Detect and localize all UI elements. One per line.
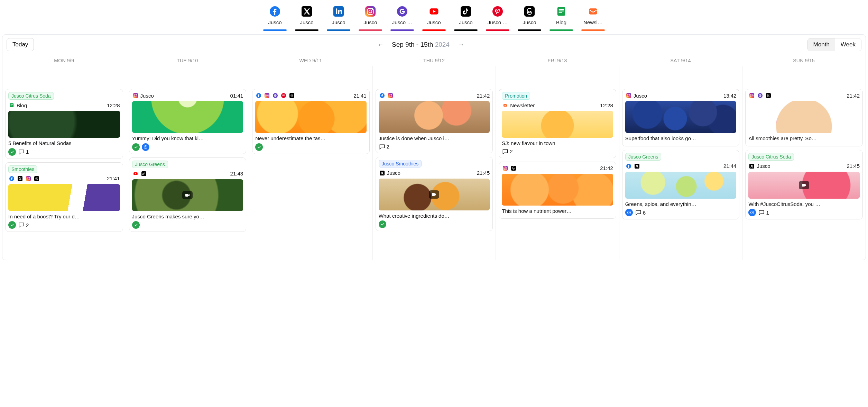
day-column: 21:42 Justice is done when Jusco i… 2Jus… xyxy=(372,66,496,260)
card-title: Yummy! Did you know that ki… xyxy=(132,135,243,142)
post-card[interactable]: Jusco 01:41 Yummy! Did you know that ki… xyxy=(129,89,247,154)
channel-x[interactable]: Jusco xyxy=(295,6,318,31)
post-card[interactable]: 21:42 All smoothies are pretty. So… xyxy=(745,89,863,146)
card-account: Jusco xyxy=(387,170,400,176)
channel-underline xyxy=(359,29,382,31)
card-head: 21:41 xyxy=(8,175,120,182)
post-card[interactable]: 21:42 Justice is done when Jusco i… 2 xyxy=(376,89,493,153)
channel-google[interactable]: Jusco … xyxy=(390,6,414,31)
card-head: Newsletter 12:28 xyxy=(502,102,613,109)
channel-underline xyxy=(454,29,478,31)
instagram-icon xyxy=(625,92,632,99)
channel-newsletter[interactable]: Newsl… xyxy=(581,6,605,31)
post-card[interactable]: Jusco Citrus Soda Blog 12:28 5 Benefits … xyxy=(5,89,123,159)
channel-label: Blog xyxy=(556,19,566,25)
threads-icon xyxy=(288,92,295,99)
card-thumbnail xyxy=(8,111,120,138)
day-header: FRI 9/13 xyxy=(496,55,619,66)
card-time: 21:41 xyxy=(353,93,367,99)
card-title: Justice is done when Jusco i… xyxy=(379,135,490,142)
facebook-icon xyxy=(255,92,262,99)
channel-linkedin[interactable]: Jusco xyxy=(327,6,350,31)
day-header: THU 9/12 xyxy=(372,55,496,66)
card-head: 21:42 xyxy=(379,92,490,99)
card-time: 21:41 xyxy=(107,175,120,181)
day-column: 21:42 All smoothies are pretty. So…Jusco… xyxy=(742,66,866,260)
channel-underline xyxy=(518,29,541,31)
post-card[interactable]: Jusco Greens 21:43 Jusco Greens makes su… xyxy=(129,157,247,232)
prev-week-button[interactable]: ← xyxy=(375,40,386,50)
channel-tiktok[interactable]: Jusco xyxy=(454,6,478,31)
channel-pinterest[interactable]: Jusco … xyxy=(486,6,509,31)
card-time: 13:42 xyxy=(723,93,737,99)
card-account: Jusco xyxy=(634,93,647,99)
card-thumbnail xyxy=(625,101,737,133)
day-column: 21:41 Never underestimate the tas… xyxy=(249,66,372,260)
post-card[interactable]: Jusco 13:42 Superfood that also looks go… xyxy=(622,89,740,146)
card-title: All smoothies are pretty. So… xyxy=(748,135,860,142)
youtube-icon xyxy=(132,170,139,177)
google-icon xyxy=(757,92,764,99)
day-header: WED 9/11 xyxy=(249,55,372,66)
comment-icon xyxy=(635,209,642,216)
youtube-icon xyxy=(429,6,439,17)
channel-label: Jusco … xyxy=(488,19,508,25)
view-month-button[interactable]: Month xyxy=(808,38,835,51)
day-column: Jusco Citrus Soda Blog 12:28 5 Benefits … xyxy=(2,66,126,260)
channel-label: Jusco … xyxy=(392,19,412,25)
card-tag: Jusco Citrus Soda xyxy=(748,153,794,161)
newsletter-icon xyxy=(588,6,598,17)
comment-count: 6 xyxy=(635,209,646,216)
post-card[interactable]: Jusco Greens 21:44 Greens, spice, and ev… xyxy=(622,150,740,220)
comment-icon xyxy=(18,221,25,228)
card-title: In need of a boost? Try our d… xyxy=(8,213,120,220)
view-week-button[interactable]: Week xyxy=(835,38,861,51)
card-footer xyxy=(379,220,490,228)
channel-label: Newsl… xyxy=(583,19,603,25)
channel-underline xyxy=(550,29,573,31)
post-card[interactable]: 21:42 This is how a nutrient power… xyxy=(499,162,616,219)
channel-threads[interactable]: Jusco xyxy=(518,6,541,31)
video-icon xyxy=(429,190,439,199)
day-column: Jusco 01:41 Yummy! Did you know that ki…… xyxy=(126,66,249,260)
card-account: Newsletter xyxy=(510,102,535,108)
post-card[interactable]: Promotion Newsletter 12:28 SJ: new flavo… xyxy=(499,89,616,158)
channel-underline xyxy=(581,29,605,31)
comment-count: 1 xyxy=(18,148,29,155)
post-card[interactable]: Smoothies 21:41 In need of a boost? Try … xyxy=(5,162,123,232)
next-week-button[interactable]: → xyxy=(456,40,466,50)
instagram-icon xyxy=(502,165,509,172)
status-approved-icon xyxy=(132,143,140,151)
card-title: SJ: new flavour in town xyxy=(502,140,613,147)
day-column: Promotion Newsletter 12:28 SJ: new flavo… xyxy=(496,66,619,260)
card-title: This is how a nutrient power… xyxy=(502,208,613,215)
card-time: 21:42 xyxy=(600,165,613,171)
threads-icon xyxy=(510,165,517,172)
card-time: 21:44 xyxy=(723,163,737,169)
channel-youtube[interactable]: Jusco xyxy=(422,6,446,31)
channel-blog[interactable]: Blog xyxy=(550,6,573,31)
card-thumbnail xyxy=(255,101,367,133)
card-head: 21:44 xyxy=(625,163,737,170)
post-card[interactable]: 21:41 Never underestimate the tas… xyxy=(252,89,370,154)
card-thumbnail xyxy=(379,179,490,210)
today-button[interactable]: Today xyxy=(7,38,34,51)
status-approved-icon xyxy=(132,221,140,229)
channel-facebook[interactable]: Jusco xyxy=(263,6,287,31)
view-toggle: Month Week xyxy=(807,38,861,51)
channel-underline xyxy=(390,29,414,31)
threads-icon xyxy=(33,175,40,182)
card-account: Jusco xyxy=(757,163,770,169)
card-footer xyxy=(132,143,243,151)
comment-count: 2 xyxy=(502,148,513,155)
channel-label: Jusco xyxy=(459,19,472,25)
post-card[interactable]: Jusco Smoothies Jusco 21:45 What creativ… xyxy=(376,157,493,232)
card-title: What creative ingredients do… xyxy=(379,212,490,219)
post-card[interactable]: Jusco Citrus Soda Jusco 21:45 With #Jusc… xyxy=(745,150,863,220)
facebook-icon xyxy=(379,92,386,99)
card-thumbnail xyxy=(748,101,860,133)
video-icon xyxy=(182,191,193,199)
channel-instagram[interactable]: Jusco xyxy=(359,6,382,31)
status-scheduled-icon xyxy=(142,143,149,151)
calendar-toolbar: Today ← Sep 9th - 15th 2024 → Month Week xyxy=(2,35,866,55)
